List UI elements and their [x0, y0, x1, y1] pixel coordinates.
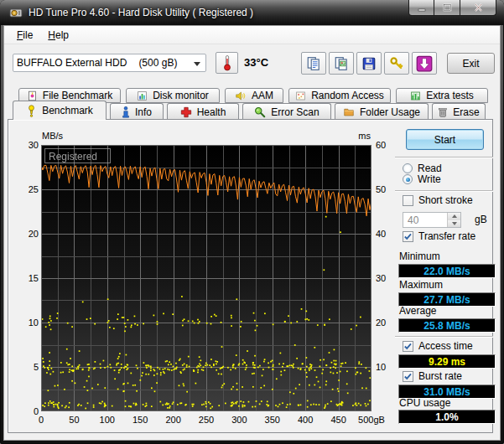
tab-health[interactable]: Health	[167, 103, 239, 120]
access-time-checkbox[interactable]	[403, 341, 413, 352]
window-body: File Help BUFFALO External HDD (500 gB) …	[3, 25, 501, 441]
drive-size: (500 gB)	[138, 57, 177, 69]
exit-button[interactable]: Exit	[447, 53, 495, 74]
read-option[interactable]: Read	[403, 163, 442, 174]
axis-tick-label: 0	[23, 415, 60, 425]
menubar: File Help	[4, 26, 500, 44]
burst-rate-checkbox[interactable]	[403, 371, 413, 382]
download-results-button[interactable]	[412, 52, 437, 75]
tab-info[interactable]: Info	[110, 103, 164, 120]
copy-image-button[interactable]	[329, 52, 354, 75]
tab-erase[interactable]: Erase	[432, 103, 486, 120]
chevron-down-icon	[194, 62, 200, 66]
save-button[interactable]	[356, 52, 382, 75]
short-stroke-checkbox[interactable]	[403, 195, 413, 206]
window-controls	[408, 0, 496, 16]
tab-extra-tests[interactable]: Extra tests	[396, 88, 488, 103]
tab-label: Benchmark	[42, 105, 93, 116]
short-stroke-label: Short stroke	[418, 194, 473, 206]
benchmark-chart	[41, 145, 372, 411]
access-time-option[interactable]: Access time	[403, 340, 473, 352]
minimize-icon	[418, 4, 426, 12]
options-button[interactable]	[384, 52, 409, 75]
axis-tick-label: 20	[376, 318, 399, 328]
transfer-rate-option[interactable]: Transfer rate	[403, 230, 475, 242]
drive-name: BUFFALO External HDD	[17, 57, 127, 69]
burst-rate-option[interactable]: Burst rate	[403, 370, 462, 382]
tab-label: Random Access	[311, 90, 384, 101]
temperature-value: 33°C	[244, 56, 268, 69]
axis-tick-label: 30	[376, 273, 399, 283]
check-icon	[403, 342, 413, 351]
tab-folder-usage[interactable]: Folder Usage	[335, 103, 429, 120]
access-time-value: 9.29 ms	[429, 356, 465, 368]
tab-benchmark[interactable]: Benchmark	[13, 101, 107, 120]
menu-file[interactable]: File	[9, 27, 40, 44]
disk-monitor-icon	[137, 90, 148, 101]
window-frame: HD Tune Pro 4.60 - Hard Disk Utility ( R…	[0, 0, 504, 444]
axis-tick-label: 10	[15, 318, 39, 328]
toolbar: BUFFALO External HDD (500 gB) 33°C	[4, 45, 500, 86]
maximize-button[interactable]	[434, 0, 460, 16]
temperature-button[interactable]	[216, 52, 238, 74]
axis-tick-label: 50	[376, 184, 399, 194]
short-stroke-option[interactable]: Short stroke	[403, 194, 473, 206]
drive-select-combobox[interactable]: BUFFALO External HDD (500 gB)	[13, 54, 206, 72]
spinner-buttons	[447, 213, 460, 227]
axis-tick-label: 450	[320, 415, 357, 425]
menu-help[interactable]: Help	[40, 27, 76, 44]
average-value-box: 25.8 MB/s	[398, 318, 496, 333]
file-benchmark-icon	[27, 90, 38, 101]
minimum-value-box: 22.0 MB/s	[398, 264, 496, 278]
tab-aam[interactable]: AAM	[225, 88, 283, 103]
tab-label: Health	[197, 106, 226, 118]
axis-tick-label: 25	[15, 184, 39, 194]
maximize-icon	[443, 3, 452, 12]
benchmark-icon	[26, 105, 37, 117]
tab-row-lower: Benchmark Info Health	[8, 103, 493, 120]
short-stroke-value: 40	[403, 214, 447, 226]
copy-report-icon	[306, 56, 321, 71]
axis-tick-label: 20	[15, 229, 39, 239]
chevron-down-icon	[452, 222, 457, 225]
axis-tick-label: 50	[55, 415, 92, 425]
chevron-up-icon	[452, 214, 457, 218]
close-button[interactable]	[460, 0, 496, 16]
tab-label: AAM	[252, 90, 273, 101]
axis-tick-label: 60	[376, 140, 399, 150]
spinner-down-button[interactable]	[448, 220, 460, 228]
axis-tick-label: 400	[287, 415, 324, 425]
cpu-usage-value: 1.0%	[435, 411, 458, 423]
tab-disk-monitor[interactable]: Disk monitor	[126, 88, 220, 103]
tab-random-access[interactable]: Random Access	[288, 88, 391, 103]
axis-tick-label: 500gB	[353, 415, 390, 425]
start-button[interactable]: Start	[406, 129, 484, 150]
random-access-icon	[295, 90, 306, 101]
spinner-up-button[interactable]	[448, 213, 460, 220]
minimum-value: 22.0 MB/s	[423, 266, 470, 277]
trash-icon	[438, 106, 448, 118]
write-option[interactable]: Write	[403, 173, 441, 185]
axis-tick-label: 150	[122, 415, 158, 425]
separator	[395, 190, 493, 192]
app-icon	[9, 6, 23, 19]
axis-tick-label: 15	[15, 273, 39, 283]
copy-report-button[interactable]	[301, 52, 326, 75]
axis-tick-label: 100	[89, 415, 126, 425]
titlebar[interactable]: HD Tune Pro 4.60 - Hard Disk Utility ( R…	[0, 0, 504, 25]
access-time-value-box: 9.29 ms	[398, 354, 496, 369]
minimize-button[interactable]	[408, 0, 434, 16]
tab-label: Erase	[453, 106, 479, 118]
short-stroke-spinner[interactable]: 40	[403, 212, 461, 228]
axis-tick-label: 40	[376, 229, 399, 239]
exit-button-label: Exit	[462, 58, 479, 70]
transfer-rate-label: Transfer rate	[418, 230, 475, 242]
write-radio[interactable]	[403, 174, 413, 184]
average-value: 25.8 MB/s	[423, 320, 470, 332]
transfer-rate-checkbox[interactable]	[403, 231, 413, 242]
tab-label: Info	[135, 106, 152, 118]
separator	[395, 336, 493, 338]
read-radio[interactable]	[403, 163, 413, 173]
tab-error-scan[interactable]: Error Scan	[242, 103, 331, 120]
y-right-axis-title: ms	[344, 131, 371, 141]
